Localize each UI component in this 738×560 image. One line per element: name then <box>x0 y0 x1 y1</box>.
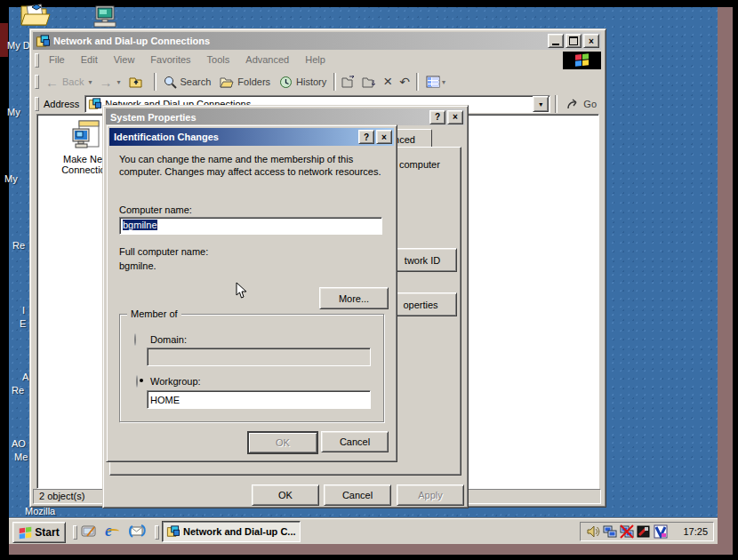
show-desktop-button[interactable] <box>80 523 98 541</box>
bezel-bottom <box>9 544 733 555</box>
back-label: Back <box>62 76 84 87</box>
minimize-icon <box>552 44 559 45</box>
ok-button[interactable]: OK <box>252 484 319 506</box>
desktop-label[interactable]: My <box>7 107 20 117</box>
utility-tray-icon[interactable] <box>637 524 651 539</box>
toolbar-separator <box>154 73 156 91</box>
network-folder-icon <box>88 98 101 110</box>
virusscan-icon[interactable] <box>654 524 668 539</box>
start-button[interactable]: Start <box>12 522 66 543</box>
menu-view[interactable]: View <box>106 51 143 69</box>
selected-text: bgmilne <box>123 220 157 230</box>
domain-input[interactable] <box>147 348 371 366</box>
close-button[interactable]: × <box>376 130 392 144</box>
internet-explorer-button[interactable]: e <box>105 522 112 540</box>
maximize-button[interactable] <box>566 34 582 48</box>
apply-button[interactable]: Apply <box>397 484 464 506</box>
cancel-button[interactable]: Cancel <box>321 431 389 452</box>
minimize-button[interactable] <box>548 34 564 48</box>
undo-button[interactable]: ↶ <box>396 72 413 92</box>
folders-button[interactable]: Folders <box>215 72 275 92</box>
views-dropdown[interactable]: ▾ <box>442 78 445 86</box>
quicklaunch-grip[interactable] <box>73 525 77 540</box>
menu-file[interactable]: File <box>41 51 73 69</box>
toolbar-grip[interactable] <box>35 75 39 89</box>
show-desktop-icon <box>80 523 98 540</box>
close-button[interactable]: × <box>583 34 599 48</box>
copy-to-button[interactable] <box>359 72 380 92</box>
menu-favorites[interactable]: Favorites <box>142 51 198 69</box>
desktop-label[interactable]: I <box>22 305 25 316</box>
network-id-button[interactable]: twork ID <box>388 248 457 272</box>
toolbar-separator <box>416 73 419 91</box>
computer-glyph <box>91 5 119 28</box>
computer-name-input[interactable]: bgmilne <box>119 217 382 235</box>
cancel-button[interactable]: Cancel <box>324 484 391 506</box>
menu-grip[interactable] <box>35 53 39 68</box>
back-button[interactable]: ←Back <box>41 72 88 92</box>
desktop-label[interactable]: A <box>22 372 28 382</box>
help-button[interactable]: ? <box>358 130 374 144</box>
go-arrow-icon <box>566 99 581 110</box>
full-computer-name-label: Full computer name: <box>119 246 208 257</box>
outlook-express-button[interactable] <box>128 523 147 541</box>
my-documents-icon[interactable] <box>20 4 52 29</box>
network-disconnected-icon[interactable] <box>620 524 634 539</box>
search-icon <box>164 76 177 89</box>
desktop-label[interactable]: Me <box>14 452 28 462</box>
network-id-text-fragment: computer <box>399 159 440 170</box>
close-icon: × <box>381 132 387 142</box>
menu-tools[interactable]: Tools <box>199 51 238 69</box>
folders-icon <box>220 76 234 88</box>
forward-icon: → <box>99 75 112 90</box>
ok-button[interactable]: OK <box>247 431 318 454</box>
desktop-label-my-documents[interactable]: My D <box>7 40 30 51</box>
desktop-label[interactable]: E <box>20 318 26 329</box>
close-button[interactable]: × <box>447 110 463 124</box>
volume-icon[interactable] <box>586 524 600 539</box>
tasks-grip[interactable] <box>155 525 159 540</box>
menu-edit[interactable]: Edit <box>73 51 106 69</box>
menu-bar: File Edit View Favorites Tools Advanced … <box>33 51 601 69</box>
screen-capture: My D My My Re I E A Re AO Me Mozilla Net… <box>0 0 738 560</box>
window-titlebar[interactable]: Network and Dial-up Connections × <box>33 32 601 50</box>
back-icon: ← <box>45 75 59 90</box>
system-properties-titlebar[interactable]: System Properties ? × <box>106 108 465 125</box>
folders-label: Folders <box>237 76 270 87</box>
clock[interactable]: 17:25 <box>683 526 708 537</box>
move-to-button[interactable] <box>339 72 359 92</box>
start-label: Start <box>35 526 59 539</box>
help-button[interactable]: ? <box>429 110 445 124</box>
domain-radio[interactable] <box>134 333 136 346</box>
toolbar: ←Back ▾ → ▾ Search <box>33 70 601 93</box>
menu-advanced[interactable]: Advanced <box>237 51 297 69</box>
search-button[interactable]: Search <box>159 72 216 92</box>
history-icon <box>279 76 293 89</box>
desktop-label[interactable]: Re <box>12 385 24 396</box>
windows-flag-icon <box>575 53 589 67</box>
delete-button[interactable]: × <box>380 72 396 92</box>
my-computer-icon[interactable] <box>91 5 119 30</box>
forward-button[interactable]: → <box>92 72 116 92</box>
address-dropdown-button[interactable]: ▾ <box>533 96 549 112</box>
up-button[interactable] <box>124 72 148 92</box>
window-title: Network and Dial-up Connections <box>53 36 210 46</box>
go-button[interactable]: Go <box>562 94 601 114</box>
desktop-label[interactable]: AO <box>12 438 26 449</box>
desktop-label[interactable]: Re <box>12 240 25 251</box>
views-button[interactable]: ▾ <box>421 72 450 92</box>
network-status-icon[interactable] <box>603 524 617 539</box>
history-button[interactable]: History <box>275 72 331 92</box>
menu-help[interactable]: Help <box>297 51 333 69</box>
address-grip[interactable] <box>35 97 39 111</box>
forward-dropdown[interactable]: ▾ <box>116 78 120 86</box>
desktop-label[interactable]: My <box>4 173 18 184</box>
more-button[interactable]: More... <box>319 287 389 309</box>
start-windows-flag-icon <box>20 526 32 539</box>
toolbar-separator <box>333 73 336 91</box>
task-button-network-connections[interactable]: Network and Dial-up C... <box>162 521 301 542</box>
workgroup-radio[interactable] <box>136 375 138 388</box>
workgroup-label: Workgroup: <box>150 376 201 387</box>
workgroup-input[interactable] <box>147 390 371 409</box>
identification-changes-titlebar[interactable]: Identification Changes ? × <box>109 128 394 146</box>
